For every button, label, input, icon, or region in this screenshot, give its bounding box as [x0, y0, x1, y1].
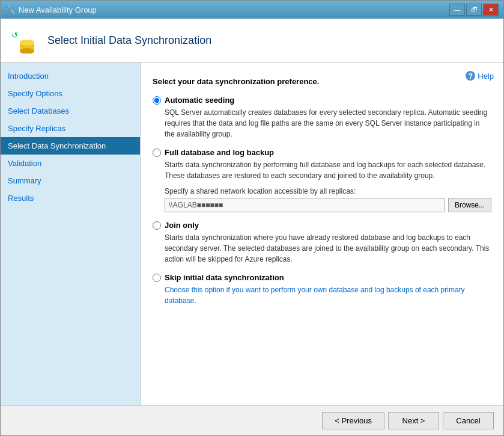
join-only-desc: Starts data synchronization where you ha…: [165, 232, 491, 265]
footer: < Previous Next > Cancel: [1, 405, 503, 435]
title-bar-left: 🔧 New Availability Group: [5, 5, 97, 14]
option-join-only-label: Join only: [153, 221, 491, 230]
window-icon: 🔧: [5, 5, 15, 14]
sidebar-item-specify-replicas[interactable]: Specify Replicas: [1, 120, 140, 137]
header-title: Select Initial Data Synchronization: [47, 34, 211, 47]
previous-button[interactable]: < Previous: [322, 412, 384, 429]
skip-sync-radio[interactable]: [153, 274, 161, 282]
option-full-backup-label: Full database and log backup: [153, 148, 491, 157]
sidebar-item-specify-options[interactable]: Specify Options: [1, 85, 140, 102]
join-only-title[interactable]: Join only: [165, 221, 199, 230]
close-button[interactable]: ✕: [483, 4, 499, 16]
network-location-section: Specify a shared network location access…: [165, 187, 491, 212]
skip-sync-title[interactable]: Skip initial data synchronization: [165, 273, 284, 282]
content-area: ? Help Select your data synchronization …: [141, 63, 503, 405]
title-bar-buttons: — 🗗 ✕: [449, 4, 499, 16]
automatic-seeding-title[interactable]: Automatic seeding: [165, 96, 234, 105]
title-bar: 🔧 New Availability Group — 🗗 ✕: [1, 1, 503, 19]
sidebar-item-introduction[interactable]: Introduction: [1, 67, 140, 85]
join-only-radio[interactable]: [153, 221, 161, 230]
option-automatic-seeding: Automatic seeding SQL Server automatical…: [153, 96, 491, 140]
automatic-seeding-desc: SQL Server automatically creates databas…: [165, 107, 491, 140]
help-icon: ?: [466, 71, 475, 81]
sidebar-item-results[interactable]: Results: [1, 189, 140, 207]
full-backup-title[interactable]: Full database and log backup: [165, 148, 274, 157]
sidebar-item-summary[interactable]: Summary: [1, 172, 140, 189]
minimize-button[interactable]: —: [449, 4, 465, 16]
option-skip-sync: Skip initial data synchronization Choose…: [153, 273, 491, 306]
cancel-button[interactable]: Cancel: [443, 412, 494, 429]
sidebar-item-validation[interactable]: Validation: [1, 155, 140, 172]
option-join-only: Join only Starts data synchronization wh…: [153, 221, 491, 265]
network-location-input[interactable]: [165, 198, 445, 212]
full-backup-desc: Starts data synchronization by performin…: [165, 159, 491, 181]
database-icon: ↺: [11, 27, 38, 54]
help-link[interactable]: ? Help: [466, 71, 494, 81]
svg-text:↺: ↺: [11, 31, 18, 40]
sidebar: Introduction Specify Options Select Data…: [1, 63, 141, 405]
network-location-label: Specify a shared network location access…: [165, 187, 491, 195]
svg-point-4: [20, 40, 34, 46]
full-backup-radio[interactable]: [153, 149, 161, 157]
restore-button[interactable]: 🗗: [466, 4, 482, 16]
section-instruction: Select your data synchronization prefere…: [153, 77, 491, 86]
sidebar-item-select-data-sync[interactable]: Select Data Synchronization: [1, 137, 140, 155]
option-full-backup: Full database and log backup Starts data…: [153, 148, 491, 212]
option-skip-sync-label: Skip initial data synchronization: [153, 273, 491, 282]
main-area: Introduction Specify Options Select Data…: [1, 63, 503, 405]
automatic-seeding-radio[interactable]: [153, 96, 161, 105]
network-location-row: Browse...: [165, 198, 491, 212]
window-title: New Availability Group: [19, 5, 97, 14]
main-window: 🔧 New Availability Group — 🗗 ✕ ↺ Select …: [0, 0, 504, 436]
sidebar-item-select-databases[interactable]: Select Databases: [1, 102, 140, 120]
header-area: ↺ Select Initial Data Synchronization: [1, 19, 503, 63]
next-button[interactable]: Next >: [388, 412, 439, 429]
skip-sync-desc: Choose this option if you want to perfor…: [165, 284, 491, 306]
header-icon: ↺: [10, 26, 39, 55]
option-automatic-seeding-label: Automatic seeding: [153, 96, 491, 105]
browse-button[interactable]: Browse...: [448, 198, 491, 212]
